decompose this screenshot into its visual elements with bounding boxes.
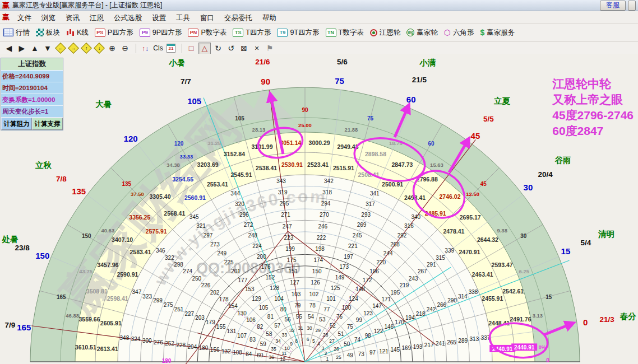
svg-text:98: 98 [365,333,372,339]
svg-text:228: 228 [176,342,186,348]
menu-item-file[interactable]: 文件 [12,13,36,23]
tool-next-icon[interactable]: ▶ [16,43,27,54]
svg-text:197: 197 [344,254,353,260]
svg-text:2463.41: 2463.41 [472,271,493,278]
tool-calendar-icon[interactable]: 21 [165,43,177,54]
svg-text:23/8: 23/8 [15,244,30,252]
svg-text:82: 82 [257,324,263,330]
tool-rotate-ccw-icon[interactable]: ↺ [225,43,237,54]
tool-diamond-down-icon[interactable]: ↓ [94,43,105,54]
tool-square-tool-icon[interactable]: □ [186,43,197,54]
svg-text:319: 319 [278,189,288,195]
svg-text:225: 225 [224,259,234,265]
tool-pointer-down-icon[interactable]: ▼ [42,43,53,54]
toolbar-item-p-number-table[interactable]: PNP数字表 [188,28,226,38]
tool-prev-icon[interactable]: ◀ [3,43,15,54]
svg-text:2545.91: 2545.91 [231,171,252,178]
svg-text:15: 15 [545,294,552,300]
toolbar-item-9t-square[interactable]: T99T四方形 [277,28,319,38]
tool-cls[interactable]: Cls [152,43,164,54]
toolbar-item-winner-wheel[interactable]: Big赢家轮 [406,28,438,38]
tool-triangle-tool-icon[interactable]: △ [198,43,211,54]
tool-box-x-icon[interactable]: ⊠ [238,43,249,54]
svg-text:250: 250 [192,276,201,282]
toolbar-separator [182,44,182,53]
toolbar-item-9p-square[interactable]: P99P四方形 [140,28,182,38]
menu-item-help[interactable]: 帮助 [257,13,281,23]
tool-diamond-right-icon[interactable]: → [68,43,79,54]
annotation-line: 45度2796-2746 [552,108,634,123]
svg-text:220: 220 [376,259,386,265]
svg-text:291: 291 [427,262,436,268]
svg-text:248: 248 [248,232,257,239]
svg-text:74: 74 [354,337,361,343]
toolbar-item-label: T四方形 [246,28,271,38]
toolbar-item-t-number-table[interactable]: TNT数字表 [326,28,364,38]
calc-resistance-button[interactable]: 计算阻力 [1,118,32,130]
svg-text:165: 165 [57,294,66,300]
toolbar-item-p-square[interactable]: PSP四方形 [95,28,133,38]
tool-scatter-x-icon[interactable]: × [251,43,262,54]
svg-text:348: 348 [120,335,130,341]
menu-item-window[interactable]: 窗口 [195,13,219,23]
toolbar-item-sectors[interactable]: 板块 [36,28,60,38]
svg-text:30: 30 [524,183,533,192]
svg-text:7/9: 7/9 [5,321,16,329]
svg-text:7/8: 7/8 [56,175,67,183]
svg-text:0: 0 [583,318,588,327]
menu-item-formula-stock-pick[interactable]: 公式选股 [109,13,147,23]
menu-item-trade-entrust[interactable]: 交易委托 [219,13,257,23]
svg-text:84: 84 [246,351,252,357]
tool-flag-icon[interactable]: ⚑ [264,43,275,54]
svg-text:79: 79 [294,302,301,309]
tool-zoom-out-icon[interactable]: ⊖ [119,43,131,54]
svg-text:83: 83 [249,337,256,343]
cutoff-button[interactable] [628,1,636,11]
menu-item-tools[interactable]: 工具 [171,13,195,23]
gann-wheel-canvas[interactable]: 赢家财经网www.yingjia360.comQQ:10080036012345… [0,54,638,364]
svg-text:344: 344 [230,190,240,197]
svg-text:4: 4 [317,341,320,347]
svg-text:75: 75 [367,115,374,122]
svg-text:2440.91: 2440.91 [514,344,535,351]
toolbar-item-gann-wheel[interactable]: 江恩轮 [370,28,401,38]
toolbar-item-winner-service[interactable]: $赢家服务 [480,28,515,38]
solar-term-label: 立秋 [35,161,52,170]
tool-diamond-left-icon[interactable]: ← [55,43,66,54]
toolbar-item-hexagon[interactable]: ⬡六角形 [444,28,474,38]
svg-text:249: 249 [217,250,226,256]
svg-text:52: 52 [330,323,336,329]
svg-text:274: 274 [183,268,192,274]
svg-text:105: 105 [235,115,244,122]
svg-text:150: 150 [82,233,91,239]
tool-t-updown-icon[interactable]: ↑↓ [140,43,151,54]
9t-square-icon: T9 [277,29,288,37]
customer-service-button[interactable]: 客服 [600,1,626,11]
menu-item-gann[interactable]: 江恩 [85,13,109,23]
tool-rotate-cw-icon[interactable]: ↻ [212,43,224,54]
svg-text:46.88: 46.88 [66,312,79,319]
menu-item-news[interactable]: 资讯 [61,13,85,23]
menu-item-browse[interactable]: 浏览 [36,13,61,23]
toolbar-separator [136,44,136,53]
toolbar-item-kline[interactable]: K线 [66,28,89,38]
gann-wheel-icon [370,29,377,36]
svg-text:5: 5 [312,338,315,344]
svg-text:11: 11 [281,351,286,356]
svg-text:29: 29 [315,328,321,333]
svg-text:298: 298 [174,262,183,268]
toolbar-item-t-square[interactable]: TST四方形 [233,28,271,38]
toolbar-item-quotes[interactable]: 行情 [3,28,30,38]
svg-text:0: 0 [546,357,549,363]
svg-text:3: 3 [322,346,325,351]
svg-text:1: 1 [326,356,329,362]
svg-text:299: 299 [153,297,163,304]
svg-text:338: 338 [469,289,478,295]
menu-item-settings[interactable]: 设置 [147,13,171,23]
tool-pointer-up-icon[interactable]: ▲ [29,43,40,54]
svg-text:3305.40: 3305.40 [150,193,171,200]
calc-support-button[interactable]: 计算支撑 [32,118,63,130]
svg-text:21.88: 21.88 [345,127,358,133]
tool-diamond-up-icon[interactable]: ↑ [81,43,92,54]
tool-zoom-in-icon[interactable]: ⊕ [107,43,118,54]
